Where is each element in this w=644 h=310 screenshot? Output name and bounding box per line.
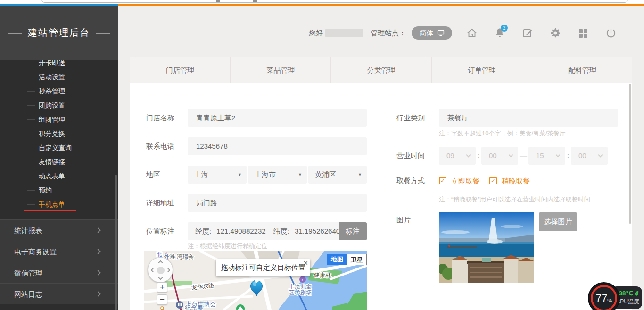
tab-dish-management[interactable]: 菜品管理 [231, 57, 331, 83]
cpu-usage-percent-sign: % [607, 298, 612, 303]
tree-tick [27, 91, 35, 92]
pickup-later-checkbox[interactable]: ✓ [489, 177, 497, 184]
title-dash-right [96, 33, 110, 34]
sidebar: 建站管理后台 开卡即送 活动设置 秒杀管理 团购设置 组团管理 积分兑换 自定义… [0, 6, 118, 310]
tree-tick [27, 148, 35, 148]
industry-input[interactable]: 茶餐厅 [439, 109, 618, 127]
sidebar-item-activity-settings[interactable]: 活动设置 [39, 70, 65, 84]
pan-down-icon[interactable] [158, 276, 163, 280]
manage-site-label: 管理站点： [371, 29, 406, 38]
tab-category-management[interactable]: 分类管理 [331, 57, 431, 83]
pickup-now-label[interactable]: 立即取餐 [451, 176, 479, 186]
sidebar-section-ecommerce-settings[interactable]: 电子商务设置 [0, 241, 118, 262]
gear-icon[interactable] [550, 27, 561, 39]
pan-right-icon[interactable] [166, 268, 171, 273]
city-select[interactable]: 上海市 ▼ [248, 166, 307, 184]
browser-address-bar[interactable] [41, 0, 628, 3]
industry-note: 注：字数不超过10个字，例：美食/粤菜/茶餐厅 [439, 129, 566, 138]
open-hour-select[interactable]: 09 [439, 147, 476, 165]
chevron-down-icon [598, 153, 603, 158]
pan-center-knob[interactable] [157, 267, 165, 274]
sidebar-item-booking[interactable]: 预约 [39, 183, 52, 197]
pickup-label: 取餐方式 [396, 174, 425, 188]
location-label: 位置标注 [146, 222, 174, 240]
apps-grid-icon[interactable] [578, 27, 589, 39]
store-photo [439, 212, 534, 283]
tab-store-management[interactable]: 门店管理 [130, 57, 231, 83]
close-icon[interactable]: × [304, 255, 308, 272]
home-icon[interactable] [466, 27, 478, 39]
pickup-now-checkbox[interactable]: ✓ [439, 177, 446, 184]
screen: 建站管理后台 开卡即送 活动设置 秒杀管理 团购设置 组团管理 积分兑换 自定义… [0, 0, 644, 310]
district-select[interactable]: 黄浦区 ▼ [308, 166, 367, 184]
sidebar-section-website-logs[interactable]: 网站日志 [0, 283, 118, 304]
sidebar-item-seckill-management[interactable]: 秒杀管理 [39, 84, 65, 98]
select-image-button[interactable]: 选择图片 [539, 212, 577, 231]
tree-tick [27, 63, 35, 63]
map-zoom-out-button[interactable]: − [157, 294, 167, 305]
address-input[interactable]: 局门路 [188, 194, 367, 212]
bell-icon[interactable]: 2 [494, 27, 505, 39]
pickup-later-label[interactable]: 稍晚取餐 [502, 176, 530, 186]
language-switch-button[interactable]: 简体 [412, 26, 452, 40]
time-colon: : [476, 147, 481, 165]
store-name-label: 门店名称 [146, 109, 174, 127]
caret-down-icon: ▼ [298, 166, 302, 184]
edit-icon[interactable] [522, 27, 533, 39]
cpu-usage-percent: 77 [596, 292, 607, 304]
sidebar-item-dynamic-forms[interactable]: 动态表单 [39, 169, 65, 183]
open-minute-select[interactable]: 00 [481, 147, 518, 165]
sidebar-item-groupbuy-settings[interactable]: 团购设置 [39, 98, 65, 112]
tree-tick [27, 134, 35, 134]
sidebar-section-wechat-management[interactable]: 微信管理 [0, 262, 118, 283]
latitude-value: 31.1952626403 [295, 227, 339, 235]
store-photo-graphic [439, 212, 534, 283]
chevron-right-icon [95, 270, 100, 275]
module-tabbar: 门店管理 菜品管理 分类管理 订单管理 配料管理 [130, 57, 632, 83]
sidebar-item-group-management[interactable]: 组团管理 [39, 112, 65, 126]
chevron-right-icon [95, 291, 100, 296]
chevron-down-icon [509, 153, 513, 158]
image-label: 图片 [396, 215, 411, 225]
tree-tick [27, 119, 35, 120]
coordinates-input[interactable]: 经度: 121.490882232 纬度: 31.1952626403 [188, 222, 339, 240]
location-map[interactable]: ♪ 外滩·湾璟会 龙华东路 上海世博会 纪念展 上海儿童 艺术剧场 健康林 北 [144, 251, 367, 310]
cpu-temp-value: 38℃ [619, 290, 633, 297]
phone-input[interactable]: 12345678 [188, 137, 367, 155]
cpu-gauge-ring: 77 % [591, 285, 617, 310]
tree-tick [27, 77, 35, 77]
sidebar-section-statistics-reports[interactable]: 统计报表 [0, 219, 118, 241]
tab-order-management[interactable]: 订单管理 [432, 57, 532, 83]
cpu-usage-gauge[interactable]: 77 % [589, 283, 619, 310]
pan-up-icon[interactable] [158, 260, 163, 265]
content-scrollbar[interactable] [629, 84, 631, 224]
tree-tick [27, 162, 35, 162]
mark-location-button[interactable]: 标注 [339, 222, 367, 240]
sidebar-item-points-exchange[interactable]: 积分兑换 [39, 126, 65, 141]
time-colon: : [565, 147, 571, 165]
hours-label: 营业时间 [396, 147, 425, 165]
caret-down-icon: ▼ [358, 166, 362, 184]
tab-ingredient-management[interactable]: 配料管理 [532, 57, 632, 83]
map-view-button[interactable]: 地图 [327, 254, 347, 265]
sidebar-item-custom-query[interactable]: 自定义查询 [39, 141, 72, 155]
close-minute-select[interactable]: 00 [571, 147, 608, 165]
province-select[interactable]: 上海 ▼ [188, 166, 247, 184]
close-hour-select[interactable]: 15 [528, 147, 565, 165]
sidebar-item-friendly-links[interactable]: 友情链接 [39, 155, 65, 169]
chevron-right-icon [95, 227, 100, 233]
power-icon[interactable] [605, 27, 617, 39]
map-zoom-in-button[interactable]: + [157, 282, 167, 293]
store-name-input[interactable]: 青青原上草2 [188, 109, 367, 127]
latitude-label: 纬度: [273, 227, 289, 235]
map-label-theater2: 艺术剧场 [289, 289, 312, 296]
admin-panel-title: 建站管理后台 [28, 26, 90, 39]
pan-left-icon[interactable] [151, 268, 156, 273]
browser-chrome-strip [0, 0, 644, 4]
map-pan-control[interactable] [148, 257, 173, 283]
satellite-view-button[interactable]: 卫星 [347, 254, 367, 265]
sidebar-scrollbar[interactable] [115, 175, 117, 310]
chevron-down-icon [556, 153, 561, 158]
browser-icon-fragment [216, 0, 220, 2]
industry-label: 行业类别 [396, 109, 425, 127]
